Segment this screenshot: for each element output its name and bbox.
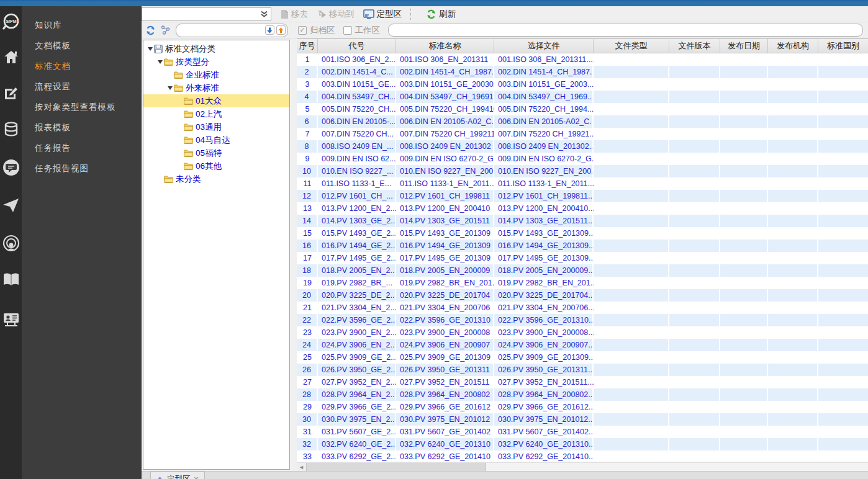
cell-代号[interactable]: 020.PV 3225_DE_2... [318,289,396,302]
cell-标准名称[interactable]: 029.PV 3966_GE_201612 [396,401,494,413]
dingxingqu-button[interactable]: 定型区 [363,9,402,20]
cell-代号[interactable]: 004.DIN 53497_CH... [318,91,396,103]
move-out-button[interactable]: 移去 [280,9,308,20]
table-row[interactable]: 22022.PV 3596_GE_2...022.PV 3596_GE_2013… [297,314,868,326]
cell-代号[interactable]: 029.PV 3966_GE_2... [318,401,396,413]
cell-标准名称[interactable]: 001.ISO 306_EN_201311 [396,53,494,66]
column-header-发布日期[interactable]: 发布日期 [720,39,768,53]
cell-标准名称[interactable]: 018.PV 2005_EN_200009 [396,264,494,277]
column-header-文件版本[interactable]: 文件版本 [669,39,720,53]
table-row[interactable]: 29029.PV 3966_GE_2...029.PV 3966_GE_2016… [297,401,868,413]
chat-icon[interactable] [0,159,22,176]
tree-search-input[interactable] [176,24,288,37]
cell-标准名称[interactable]: 005.DIN 75220_CH_199410 [396,103,494,115]
tree-node-06其他[interactable]: 06其他 [143,159,289,172]
category-dropdown[interactable] [142,7,271,21]
cell-标准名称[interactable]: 026.PV 3950_GE_201311 [396,364,494,376]
cell-标准名称[interactable]: 007.DIN 75220 CH_199211 [396,128,494,140]
refresh-button[interactable]: 刷新 [426,9,456,20]
cell-标准名称[interactable]: 012.PV 1601_CH_199811 [396,190,494,202]
table-row[interactable]: 12012.PV 1601_CH_...012.PV 1601_CH_19981… [297,190,868,202]
cell-代号[interactable]: 025.PV 3909_GE_2... [318,351,396,364]
cell-代号[interactable]: 024.PV 3906_EN_2... [318,339,396,351]
cell-代号[interactable]: 008.ISO 2409 EN_... [318,140,396,153]
cell-选择文件[interactable]: 029.PV 3966_GE_201612.... [494,401,594,413]
column-header-选择文件[interactable]: 选择文件 [494,39,594,53]
cell-选择文件[interactable]: 008.ISO 2409 EN_201302.... [494,140,594,153]
tree-node-外来标准[interactable]: 外来标准 [143,81,289,94]
cell-标准名称[interactable]: 015.PV 1493_GE_201309 [396,227,494,240]
archive-checkbox[interactable]: ✓ [298,26,307,35]
cell-选择文件[interactable]: 012.PV 1601_CH_199811.... [494,190,594,202]
cell-代号[interactable]: 001.ISO 306_EN_2... [318,53,396,66]
tree-node-05福特[interactable]: 05福特 [143,146,289,159]
cell-代号[interactable]: 002.DIN 1451-4_C... [318,66,396,78]
cell-选择文件[interactable]: 016.PV 1494_GE_201309.... [494,240,594,252]
table-row[interactable]: 10010.EN ISO 9227_...010.EN ISO 9227_EN_… [297,165,868,177]
scrollbar-thumb[interactable] [306,463,486,471]
table-row[interactable]: 24024.PV 3906_EN_2...024.PV 3906_EN_2009… [297,339,868,351]
cell-标准名称[interactable]: 033.PV 6292_GE_201410 [396,450,494,462]
cell-选择文件[interactable]: 002.DIN 1451-4_CH_1987... [494,66,594,78]
table-row[interactable]: 18018.PV 2005_EN_2...018.PV 2005_EN_2000… [297,264,868,277]
cell-选择文件[interactable]: 013.PV 1200_EN_200410.... [494,202,594,215]
cell-选择文件[interactable]: 004.DIN 53497_CH_1969... [494,91,594,103]
cell-标准名称[interactable]: 019.PV 2982_BR_EN_201... [396,277,494,289]
move-to-button[interactable]: 移动到 [317,9,355,20]
table-row[interactable]: 17017.PV 1495_GE_2...017.PV 1495_GE_2013… [297,252,868,264]
cell-标准名称[interactable]: 023.PV 3900_EN_200008 [396,326,494,339]
cell-代号[interactable]: 023.PV 3900_EN_2... [318,326,396,339]
search-down-icon[interactable] [265,25,274,35]
book-icon[interactable] [0,272,22,288]
cell-选择文件[interactable]: 022.PV 3596_GE_201310.... [494,314,594,326]
broadcast-icon[interactable] [0,235,22,252]
send-plane-icon[interactable] [0,197,22,213]
table-row[interactable]: 26026.PV 3950_GE_2...026.PV 3950_GE_2013… [297,364,868,376]
cell-标准名称[interactable]: 017.PV 1495_GE_201309 [396,252,494,264]
column-header-代号[interactable]: 代号 [318,39,396,53]
cell-标准名称[interactable]: 004.DIN 53497_CH_196910 [396,91,494,103]
cell-标准名称[interactable]: 013.PV 1200_EN_200410 [396,202,494,215]
cell-选择文件[interactable]: 025.PV 3909_GE_201309.... [494,351,594,364]
table-row[interactable]: 1001.ISO 306_EN_2...001.ISO 306_EN_20131… [297,53,868,66]
column-header-序号[interactable]: 序号 [297,39,318,53]
column-header-标准名称[interactable]: 标准名称 [396,39,494,53]
table-row[interactable]: 20020.PV 3225_DE_2...020.PV 3225_DE_2017… [297,289,868,302]
cell-标准名称[interactable]: 002.DIN 1451-4_CH_1987... [396,66,494,78]
table-row[interactable]: 6006.DIN EN 20105-...006.DIN EN 20105-A0… [297,115,868,128]
table-row[interactable]: 8008.ISO 2409 EN_...008.ISO 2409 EN_2013… [297,140,868,153]
cell-选择文件[interactable]: 011.ISO 1133-1_EN_2011... [494,177,594,190]
table-row[interactable]: 19019.PV 2982_BR_...019.PV 2982_BR_EN_20… [297,277,868,289]
scroll-left-arrow-icon[interactable]: ◄ [297,463,306,471]
cell-标准名称[interactable]: 011.ISO 1133-1_EN_2011... [396,177,494,190]
expander-arrow-icon[interactable] [146,47,154,51]
cell-代号[interactable]: 017.PV 1495_GE_2... [318,252,396,264]
cell-标准名称[interactable]: 027.PV 3952_EN_201511 [396,376,494,388]
cell-标准名称[interactable]: 020.PV 3225_DE_201704 [396,289,494,302]
table-row[interactable]: 27027.PV 3952_EN_2...027.PV 3952_EN_2015… [297,376,868,388]
table-row[interactable]: 3003.DIN 10151_GE...003.DIN 10151_GE_200… [297,78,868,91]
table-row[interactable]: 13013.PV 1200_EN_2...013.PV 1200_EN_2004… [297,202,868,215]
table-row[interactable]: 25025.PV 3909_GE_2...025.PV 3909_GE_2013… [297,351,868,364]
table-row[interactable]: 28028.PV 3964_EN_2...028.PV 3964_EN_2008… [297,388,868,401]
expander-arrow-icon[interactable] [156,60,164,64]
cell-选择文件[interactable]: 027.PV 3952_EN_201511.... [494,376,594,388]
cell-标准名称[interactable]: 031.PV 5607_GE_201402 [396,426,494,438]
cell-标准名称[interactable]: 003.DIN 10151_GE_200302 [396,78,494,91]
search-up-icon[interactable] [276,25,286,35]
cell-选择文件[interactable]: 006.DIN EN 20105-A02_C... [494,115,594,128]
cell-代号[interactable]: 022.PV 3596_GE_2... [318,314,396,326]
table-row[interactable]: 2002.DIN 1451-4_C...002.DIN 1451-4_CH_19… [297,66,868,78]
cell-代号[interactable]: 021.PV 3304_EN_2... [318,302,396,314]
cell-代号[interactable]: 032.PV 6240_GE_2... [318,438,396,450]
hierarchy-icon[interactable] [161,25,171,35]
table-row[interactable]: 33033.PV 6292_GE_2...033.PV 6292_GE_2014… [297,450,868,462]
cell-代号[interactable]: 007.DIN 75220 CH... [318,128,396,140]
dingxingqu-tab[interactable]: 定型区 ✕ [150,472,205,479]
tree-node-01大众[interactable]: 01大众 [143,94,289,107]
home-icon[interactable] [0,50,22,65]
column-header-标准国别[interactable]: 标准国别 [818,39,868,53]
table-row[interactable]: 11011.ISO 1133-1_E...011.ISO 1133-1_EN_2… [297,177,868,190]
cell-选择文件[interactable]: 015.PV 1493_GE_201309.... [494,227,594,240]
table-row[interactable]: 32032.PV 6240_GE_2...032.PV 6240_GE_2013… [297,438,868,450]
